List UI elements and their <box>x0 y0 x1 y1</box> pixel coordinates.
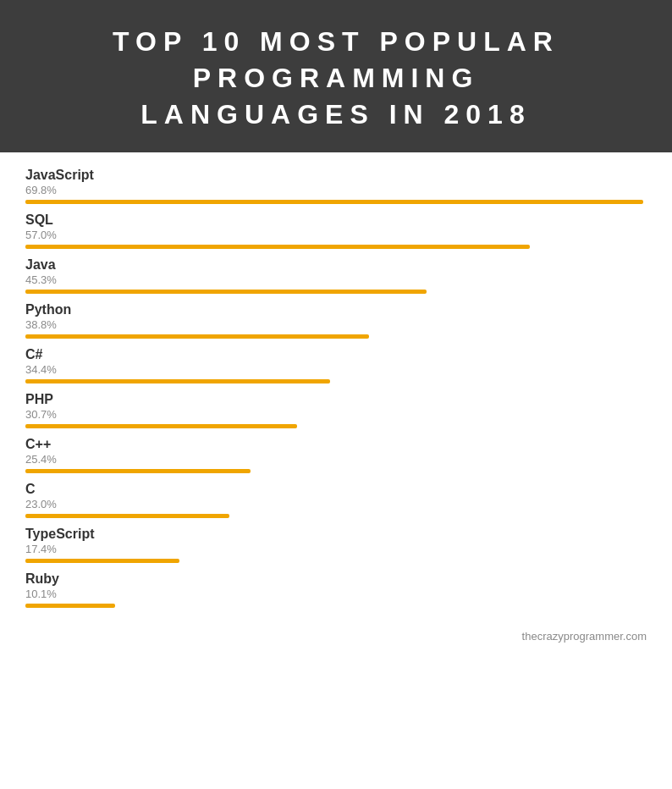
bar-percent-label: 69.8% <box>25 184 647 196</box>
bar-percent-label: 38.8% <box>25 318 647 331</box>
bar-percent-label: 25.4% <box>25 453 647 466</box>
bar-percent-label: 17.4% <box>25 543 647 555</box>
bar-item: Java45.3% <box>25 257 647 294</box>
bar-item: Ruby10.1% <box>25 571 647 608</box>
bar-track <box>25 514 229 518</box>
bar-percent-label: 10.1% <box>25 588 647 600</box>
bar-track <box>25 245 530 249</box>
bar-percent-label: 45.3% <box>25 273 647 286</box>
bar-language-label: PHP <box>25 392 647 407</box>
bar-track <box>25 559 179 563</box>
bar-track <box>25 424 297 428</box>
bar-track <box>25 604 115 608</box>
bar-language-label: Java <box>25 257 647 273</box>
bar-track <box>25 469 251 473</box>
bar-track <box>25 379 330 383</box>
bar-language-label: JavaScript <box>25 168 647 183</box>
bar-language-label: C <box>25 482 647 497</box>
page-title: TOP 10 MOST POPULARPROGRAMMINGLANGUAGES … <box>34 24 638 134</box>
page-header: TOP 10 MOST POPULARPROGRAMMINGLANGUAGES … <box>0 0 672 152</box>
bar-track <box>25 334 369 339</box>
bar-item: SQL57.0% <box>25 212 647 249</box>
bar-item: C++25.4% <box>25 437 647 473</box>
bar-language-label: C# <box>25 347 647 362</box>
bar-language-label: Python <box>25 302 647 317</box>
bar-percent-label: 23.0% <box>25 498 647 510</box>
bar-item: Python38.8% <box>25 302 647 339</box>
attribution-text: thecrazyprogrammer.com <box>522 630 647 643</box>
bar-percent-label: 34.4% <box>25 363 647 376</box>
bar-item: C#34.4% <box>25 347 647 383</box>
bar-item: JavaScript69.8% <box>25 168 647 204</box>
bar-track <box>25 290 427 294</box>
bar-language-label: SQL <box>25 212 647 228</box>
bar-language-label: C++ <box>25 437 647 452</box>
bar-item: C23.0% <box>25 482 647 518</box>
bar-percent-label: 57.0% <box>25 229 647 241</box>
bar-percent-label: 30.7% <box>25 408 647 421</box>
bar-track <box>25 200 643 204</box>
bar-item: PHP30.7% <box>25 392 647 428</box>
footer-attribution: thecrazyprogrammer.com <box>0 625 672 649</box>
bar-item: TypeScript17.4% <box>25 527 647 563</box>
bar-chart: JavaScript69.8%SQL57.0%Java45.3%Python38… <box>0 152 672 625</box>
bar-language-label: TypeScript <box>25 527 647 542</box>
bar-language-label: Ruby <box>25 571 647 587</box>
